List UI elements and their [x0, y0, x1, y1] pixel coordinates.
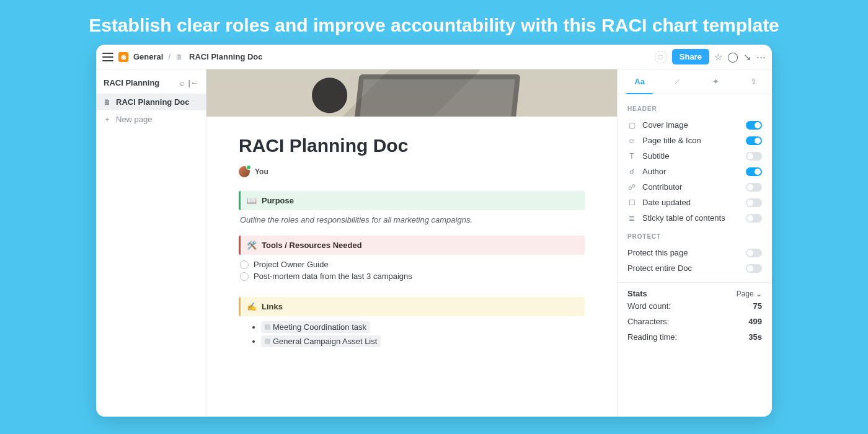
toggle[interactable]	[746, 198, 762, 207]
option-label: Sticky table of contents	[642, 213, 740, 223]
sidebar-title: RACI Planning	[104, 78, 176, 87]
document-main: RACI Planning Doc You 📖 Purpose Outline …	[206, 69, 617, 417]
checkbox-icon[interactable]	[240, 260, 249, 269]
breadcrumb-workspace[interactable]: General	[133, 52, 163, 61]
toggle[interactable]	[746, 249, 762, 257]
search-icon[interactable]: ⌕	[180, 78, 185, 87]
tab-layout[interactable]: ⟋	[659, 69, 696, 94]
stats-header: Stats Page ⌄	[627, 289, 762, 298]
option-subtitle: T Subtitle	[627, 148, 762, 164]
toggle[interactable]	[746, 152, 762, 161]
task-icon	[265, 324, 270, 330]
option-cover-image: ▢ Cover image	[627, 117, 762, 133]
export-icon[interactable]: ↘	[743, 51, 751, 63]
checklist-item[interactable]: Project Owner Guide	[240, 260, 585, 269]
tools-callout[interactable]: 🛠️ Tools / Resources Needed	[239, 236, 585, 255]
option-contributor: ☍ Contributor	[627, 179, 762, 195]
tab-ai[interactable]: ✦	[698, 69, 734, 94]
stats-title: Stats	[627, 289, 647, 298]
more-icon[interactable]: ⋯	[756, 51, 766, 63]
write-icon: ✍️	[247, 302, 257, 311]
checklist-text: Post-mortem data from the last 3 campaig…	[254, 272, 412, 281]
person-icon: ☌	[627, 167, 636, 176]
app-window: ◉ General / 🗎 RACI Planning Doc ◌ Share …	[96, 45, 772, 417]
author-byline: You	[239, 166, 585, 177]
link-item[interactable]: Meeting Coordination task	[252, 321, 585, 333]
option-label: Page title & Icon	[642, 136, 740, 145]
cover-image[interactable]	[206, 69, 617, 117]
option-label: Date updated	[642, 198, 740, 207]
stats-scope-dropdown[interactable]: Page ⌄	[737, 290, 762, 298]
option-label: Subtitle	[642, 151, 740, 161]
bullet-icon	[252, 326, 255, 329]
comment-icon[interactable]: ◯	[727, 51, 738, 63]
author-name: You	[255, 167, 268, 176]
menu-icon[interactable]	[102, 53, 113, 61]
text-icon: T	[627, 152, 636, 161]
page-title[interactable]: RACI Planning Doc	[239, 135, 585, 156]
section-header: HEADER	[627, 105, 762, 112]
page-icon: 🗎	[104, 98, 111, 107]
plus-icon: ＋	[104, 114, 111, 125]
sidebar-item-new-page[interactable]: ＋ New page	[96, 110, 206, 128]
checklist-item[interactable]: Post-mortem data from the last 3 campaig…	[240, 272, 585, 281]
stat-row: Word count:75	[627, 298, 762, 314]
purpose-heading: Purpose	[262, 196, 294, 205]
breadcrumb-doc[interactable]: RACI Planning Doc	[189, 52, 262, 61]
star-icon[interactable]: ☆	[714, 51, 722, 63]
doc-icon: 🗎	[175, 53, 183, 61]
option-label: Contributor	[642, 182, 740, 192]
toggle[interactable]	[746, 121, 762, 130]
share-button[interactable]: Share	[672, 49, 709, 64]
links-callout[interactable]: ✍️ Links	[239, 297, 585, 316]
tools-icon: 🛠️	[247, 241, 257, 250]
links-heading: Links	[262, 302, 283, 311]
link-chip[interactable]: Meeting Coordination task	[261, 321, 370, 333]
avatar[interactable]	[239, 166, 250, 177]
chevron-down-icon: ⌄	[756, 290, 762, 298]
toggle[interactable]	[746, 183, 762, 192]
tab-export[interactable]: ⇪	[735, 69, 772, 94]
option-protect-doc: Protect entire Doc	[627, 260, 762, 276]
topbar: ◉ General / 🗎 RACI Planning Doc ◌ Share …	[96, 45, 772, 69]
sidebar-item-doc[interactable]: 🗎 RACI Planning Doc	[96, 94, 206, 110]
checkbox-icon[interactable]	[240, 272, 249, 281]
workspace-icon[interactable]: ◉	[118, 52, 128, 62]
option-label: Cover image	[642, 120, 740, 130]
option-date-updated: ☐ Date updated	[627, 195, 762, 210]
bullet-icon	[252, 340, 255, 343]
toggle[interactable]	[746, 214, 762, 223]
list-icon: ≣	[627, 214, 636, 223]
option-protect-page: Protect this page	[627, 245, 762, 260]
option-label: Protect entire Doc	[627, 264, 740, 273]
people-icon: ☍	[627, 183, 636, 192]
stat-row: Reading time:35s	[627, 329, 762, 345]
collapse-icon[interactable]: |←	[188, 78, 198, 87]
link-chip[interactable]: General Campaign Asset List	[261, 335, 381, 347]
hero-title: Establish clear roles and improve accoun…	[0, 0, 868, 45]
tab-text-style[interactable]: Aa	[621, 69, 658, 94]
toggle[interactable]	[746, 264, 762, 273]
smile-icon: ☺	[627, 136, 636, 145]
option-label: Protect this page	[627, 248, 740, 257]
purpose-text[interactable]: Outline the roles and responsibilities f…	[240, 215, 583, 224]
section-protect: PROTECT	[627, 233, 762, 240]
date-icon: ☐	[627, 198, 636, 207]
option-label: Author	[642, 167, 740, 176]
toggle[interactable]	[746, 136, 762, 145]
link-item[interactable]: General Campaign Asset List	[252, 335, 585, 347]
stat-row: Characters:499	[627, 314, 762, 329]
toggle[interactable]	[746, 167, 762, 176]
option-page-title: ☺ Page title & Icon	[627, 133, 762, 148]
tools-heading: Tools / Resources Needed	[262, 241, 362, 250]
sidebar-item-label: RACI Planning Doc	[116, 97, 189, 107]
book-icon: 📖	[247, 196, 257, 205]
breadcrumb-sep: /	[168, 52, 170, 61]
option-author: ☌ Author	[627, 164, 762, 179]
properties-panel: Aa ⟋ ✦ ⇪ HEADER ▢ Cover image ☺ Page tit…	[617, 69, 772, 417]
presence-icon[interactable]: ◌	[655, 51, 667, 63]
doc-sidebar: RACI Planning ⌕ |← 🗎 RACI Planning Doc ＋…	[96, 69, 206, 417]
task-icon	[265, 339, 270, 344]
sidebar-item-label: New page	[116, 115, 153, 124]
purpose-callout[interactable]: 📖 Purpose	[239, 191, 585, 210]
